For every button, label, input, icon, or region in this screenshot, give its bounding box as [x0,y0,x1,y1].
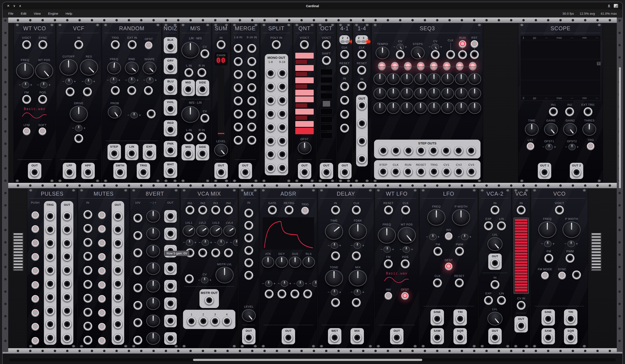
jack[interactable] [184,149,193,158]
knob-mstr-lvl[interactable] [216,267,234,283]
knob-knob[interactable] [441,102,454,114]
jack[interactable] [197,133,206,141]
jack[interactable] [110,149,119,158]
jack[interactable] [84,168,93,177]
jack[interactable] [46,293,55,302]
jack[interactable] [133,214,142,223]
trim-knob[interactable] [297,280,304,287]
jack[interactable] [113,280,123,289]
button-push[interactable] [31,337,39,345]
step-led-button[interactable] [430,62,438,70]
jack[interactable] [166,63,175,72]
jack[interactable] [266,137,275,146]
jack[interactable] [429,167,438,176]
jack[interactable] [454,146,463,155]
knob-freq[interactable] [16,62,34,79]
knob-knob[interactable] [455,87,468,99]
button-trg[interactable] [587,142,594,150]
button-inv[interactable] [384,292,392,300]
piano-key-black[interactable] [295,115,308,120]
jack[interactable] [234,83,243,92]
jack[interactable] [446,50,455,59]
jack[interactable] [133,248,142,257]
jack[interactable] [133,283,142,292]
jack[interactable] [396,50,405,59]
jack[interactable] [331,206,340,215]
button-push[interactable] [98,239,106,247]
piano-key-black[interactable] [295,84,308,89]
jack[interactable] [166,42,175,52]
trim-knob[interactable] [384,246,391,253]
jack[interactable] [62,320,72,329]
jack[interactable] [199,317,208,326]
jack[interactable] [490,280,500,289]
jack[interactable] [266,150,275,159]
knob-res[interactable] [80,59,98,76]
jack[interactable] [62,239,72,248]
jack[interactable] [331,298,340,307]
jack[interactable] [391,146,401,155]
menu-view[interactable]: View [34,12,41,15]
jack[interactable] [133,336,142,345]
jack[interactable] [62,334,72,343]
button-push[interactable] [98,267,106,275]
jack[interactable] [278,82,287,91]
jack[interactable] [266,82,275,91]
jack[interactable] [113,266,123,275]
trim-knob[interactable] [545,144,553,150]
jack[interactable] [540,168,549,177]
button-push[interactable] [31,225,39,233]
jack[interactable] [211,317,219,326]
button-push[interactable] [98,309,106,317]
jack[interactable] [224,248,233,257]
knob-drive[interactable] [70,106,88,122]
knob-gain1[interactable] [544,123,558,136]
jack[interactable] [145,149,154,158]
jack[interactable] [247,44,256,53]
jack[interactable] [404,167,412,176]
jack[interactable] [353,333,362,342]
jack[interactable] [247,57,256,66]
jack[interactable] [244,333,253,342]
jack[interactable] [300,168,309,177]
knob-sus[interactable] [289,256,301,268]
jack[interactable] [113,307,123,316]
knob-knob[interactable] [374,73,386,85]
octave-slot[interactable] [320,77,333,83]
jack[interactable] [431,50,440,59]
jack[interactable] [401,259,410,268]
button-push[interactable] [31,309,39,317]
jack[interactable] [205,296,214,305]
jack[interactable] [22,40,31,49]
piano-key-active[interactable] [295,128,314,135]
knob-knob[interactable] [401,87,413,99]
knob-wt-pos[interactable] [35,62,53,79]
jack[interactable] [128,40,137,49]
button-push[interactable] [31,211,39,219]
button-inv[interactable] [445,232,453,240]
jack[interactable] [247,83,256,92]
step-led-button[interactable] [378,62,386,70]
jack[interactable] [265,289,274,299]
jack[interactable] [357,155,367,164]
knob-knob[interactable] [146,245,160,257]
trim-knob[interactable] [85,78,92,85]
knob-freq[interactable] [538,221,556,238]
jack[interactable] [391,167,400,176]
jack[interactable] [278,123,287,132]
trim-knob[interactable] [281,280,288,287]
button-fm-mode[interactable] [541,272,549,280]
jack[interactable] [74,134,83,143]
jack[interactable] [244,258,253,267]
trim-knob[interactable] [461,234,468,240]
jack[interactable] [83,322,92,331]
trigger-marker[interactable]: T [597,62,600,65]
button-soft[interactable] [38,128,46,135]
jack[interactable] [234,57,243,66]
button-push[interactable] [31,281,39,289]
piano-key-white[interactable] [295,96,314,102]
jack[interactable] [378,167,388,176]
step-led-button[interactable] [404,62,412,70]
knob-gain2[interactable] [563,123,577,136]
knob-lvl2[interactable] [196,225,209,237]
